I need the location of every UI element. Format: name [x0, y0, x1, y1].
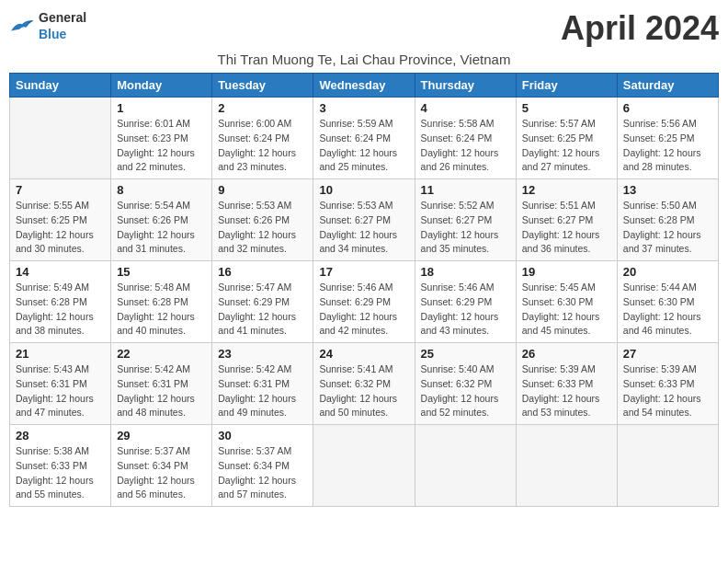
sunrise-text: Sunrise: 5:47 AM [218, 282, 291, 293]
day-number: 27 [623, 347, 712, 361]
daylight-text: Daylight: 12 hours and 37 minutes. [623, 229, 701, 255]
day-info: Sunrise: 5:40 AM Sunset: 6:32 PM Dayligh… [421, 362, 510, 420]
sunrise-text: Sunrise: 5:58 AM [421, 118, 495, 129]
calendar-day-cell: 12 Sunrise: 5:51 AM Sunset: 6:27 PM Dayl… [516, 179, 617, 261]
sunset-text: Sunset: 6:33 PM [623, 378, 695, 389]
sunrise-text: Sunrise: 5:37 AM [218, 445, 291, 456]
calendar-title: April 2024 [561, 9, 719, 48]
sunset-text: Sunset: 6:28 PM [623, 214, 695, 225]
day-of-week-header: Thursday [415, 74, 516, 98]
calendar-day-cell: 17 Sunrise: 5:46 AM Sunset: 6:29 PM Dayl… [313, 261, 415, 343]
calendar-week-row: 21 Sunrise: 5:43 AM Sunset: 6:31 PM Dayl… [10, 343, 719, 425]
daylight-text: Daylight: 12 hours and 45 minutes. [522, 311, 600, 337]
day-info: Sunrise: 5:56 AM Sunset: 6:25 PM Dayligh… [623, 117, 712, 175]
daylight-text: Daylight: 12 hours and 43 minutes. [421, 311, 499, 337]
calendar-day-cell: 2 Sunrise: 6:00 AM Sunset: 6:24 PM Dayli… [212, 98, 313, 179]
calendar-day-cell [10, 98, 111, 179]
sunrise-text: Sunrise: 5:56 AM [623, 118, 697, 129]
day-info: Sunrise: 5:46 AM Sunset: 6:29 PM Dayligh… [319, 281, 408, 339]
daylight-text: Daylight: 12 hours and 25 minutes. [319, 147, 397, 173]
day-info: Sunrise: 5:53 AM Sunset: 6:26 PM Dayligh… [218, 199, 307, 257]
day-number: 13 [623, 183, 712, 197]
calendar-week-row: 7 Sunrise: 5:55 AM Sunset: 6:25 PM Dayli… [10, 179, 719, 261]
sunrise-text: Sunrise: 5:37 AM [117, 445, 190, 456]
day-number: 2 [218, 101, 307, 115]
day-info: Sunrise: 5:42 AM Sunset: 6:31 PM Dayligh… [218, 362, 307, 420]
daylight-text: Daylight: 12 hours and 46 minutes. [623, 311, 701, 337]
day-info: Sunrise: 5:37 AM Sunset: 6:34 PM Dayligh… [218, 444, 307, 502]
day-number: 10 [319, 183, 408, 197]
sunrise-text: Sunrise: 5:51 AM [522, 200, 596, 211]
logo-general: General [39, 10, 86, 25]
calendar-day-cell: 29 Sunrise: 5:37 AM Sunset: 6:34 PM Dayl… [111, 425, 212, 507]
day-info: Sunrise: 6:01 AM Sunset: 6:23 PM Dayligh… [117, 117, 206, 175]
day-number: 3 [319, 101, 408, 115]
calendar-subtitle: Thi Tran Muong Te, Lai Chau Province, Vi… [9, 52, 719, 67]
day-of-week-header: Friday [516, 74, 617, 98]
day-info: Sunrise: 5:46 AM Sunset: 6:29 PM Dayligh… [421, 281, 510, 339]
sunrise-text: Sunrise: 5:54 AM [117, 200, 190, 211]
day-info: Sunrise: 5:45 AM Sunset: 6:30 PM Dayligh… [522, 281, 611, 339]
day-number: 17 [319, 265, 408, 279]
sunrise-text: Sunrise: 5:39 AM [522, 363, 596, 374]
calendar-day-cell: 20 Sunrise: 5:44 AM Sunset: 6:30 PM Dayl… [617, 261, 718, 343]
calendar-day-cell: 26 Sunrise: 5:39 AM Sunset: 6:33 PM Dayl… [516, 343, 617, 425]
sunset-text: Sunset: 6:34 PM [117, 460, 188, 471]
day-info: Sunrise: 5:49 AM Sunset: 6:28 PM Dayligh… [16, 281, 105, 339]
logo-bird-icon [9, 16, 35, 36]
day-number: 28 [16, 429, 105, 442]
day-number: 15 [117, 265, 206, 279]
daylight-text: Daylight: 12 hours and 53 minutes. [522, 393, 600, 419]
sunrise-text: Sunrise: 5:43 AM [16, 363, 89, 374]
calendar-day-cell: 16 Sunrise: 5:47 AM Sunset: 6:29 PM Dayl… [212, 261, 313, 343]
calendar-header-row: SundayMondayTuesdayWednesdayThursdayFrid… [10, 74, 719, 98]
daylight-text: Daylight: 12 hours and 54 minutes. [623, 393, 701, 419]
sunset-text: Sunset: 6:34 PM [218, 460, 290, 471]
sunset-text: Sunset: 6:29 PM [218, 296, 290, 307]
sunrise-text: Sunrise: 5:45 AM [522, 282, 596, 293]
day-info: Sunrise: 5:39 AM Sunset: 6:33 PM Dayligh… [623, 362, 712, 420]
calendar-day-cell: 7 Sunrise: 5:55 AM Sunset: 6:25 PM Dayli… [10, 179, 111, 261]
sunrise-text: Sunrise: 5:41 AM [319, 363, 392, 374]
sunset-text: Sunset: 6:30 PM [623, 296, 695, 307]
daylight-text: Daylight: 12 hours and 26 minutes. [421, 147, 499, 173]
sunrise-text: Sunrise: 6:00 AM [218, 118, 291, 129]
day-number: 29 [117, 429, 206, 442]
calendar-table: SundayMondayTuesdayWednesdayThursdayFrid… [9, 73, 719, 507]
calendar-body: 1 Sunrise: 6:01 AM Sunset: 6:23 PM Dayli… [10, 98, 719, 507]
day-info: Sunrise: 5:52 AM Sunset: 6:27 PM Dayligh… [421, 199, 510, 257]
day-number: 21 [16, 347, 105, 361]
calendar-day-cell: 11 Sunrise: 5:52 AM Sunset: 6:27 PM Dayl… [415, 179, 516, 261]
calendar-day-cell [415, 425, 516, 507]
sunrise-text: Sunrise: 5:40 AM [421, 363, 495, 374]
day-number: 1 [117, 101, 206, 115]
sunrise-text: Sunrise: 5:42 AM [218, 363, 291, 374]
daylight-text: Daylight: 12 hours and 56 minutes. [117, 475, 195, 500]
sunset-text: Sunset: 6:33 PM [522, 378, 594, 389]
day-number: 20 [623, 265, 712, 279]
daylight-text: Daylight: 12 hours and 34 minutes. [319, 229, 397, 255]
calendar-day-cell: 27 Sunrise: 5:39 AM Sunset: 6:33 PM Dayl… [617, 343, 718, 425]
daylight-text: Daylight: 12 hours and 31 minutes. [117, 229, 195, 255]
sunset-text: Sunset: 6:27 PM [522, 214, 594, 225]
daylight-text: Daylight: 12 hours and 48 minutes. [117, 393, 195, 419]
day-info: Sunrise: 5:42 AM Sunset: 6:31 PM Dayligh… [117, 362, 206, 420]
day-info: Sunrise: 5:59 AM Sunset: 6:24 PM Dayligh… [319, 117, 408, 175]
day-number: 12 [522, 183, 611, 197]
day-info: Sunrise: 6:00 AM Sunset: 6:24 PM Dayligh… [218, 117, 307, 175]
day-number: 25 [421, 347, 510, 361]
sunset-text: Sunset: 6:30 PM [522, 296, 594, 307]
calendar-week-row: 14 Sunrise: 5:49 AM Sunset: 6:28 PM Dayl… [10, 261, 719, 343]
calendar-day-cell: 9 Sunrise: 5:53 AM Sunset: 6:26 PM Dayli… [212, 179, 313, 261]
calendar-day-cell: 10 Sunrise: 5:53 AM Sunset: 6:27 PM Dayl… [313, 179, 415, 261]
day-info: Sunrise: 5:41 AM Sunset: 6:32 PM Dayligh… [319, 362, 408, 420]
calendar-day-cell: 1 Sunrise: 6:01 AM Sunset: 6:23 PM Dayli… [111, 98, 212, 179]
calendar-day-cell: 22 Sunrise: 5:42 AM Sunset: 6:31 PM Dayl… [111, 343, 212, 425]
daylight-text: Daylight: 12 hours and 28 minutes. [623, 147, 701, 173]
day-number: 23 [218, 347, 307, 361]
daylight-text: Daylight: 12 hours and 47 minutes. [16, 393, 94, 419]
day-info: Sunrise: 5:57 AM Sunset: 6:25 PM Dayligh… [522, 117, 611, 175]
sunrise-text: Sunrise: 5:46 AM [421, 282, 495, 293]
day-number: 8 [117, 183, 206, 197]
daylight-text: Daylight: 12 hours and 36 minutes. [522, 229, 600, 255]
